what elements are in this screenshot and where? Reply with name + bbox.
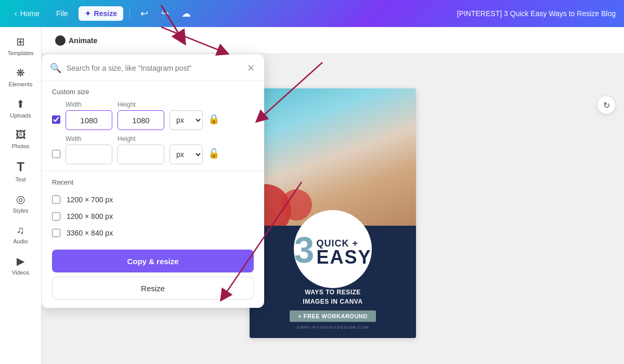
custom-size-label: Custom size — [52, 88, 254, 96]
recent-item-1[interactable]: 624 × 364 px — [52, 191, 254, 208]
recent-section: Recent 624 × 364 px 1200 × 800 px 3360 … — [42, 171, 264, 241]
unit-group-1: px in cm mm — [170, 101, 203, 130]
sidebar-item-audio[interactable]: ♫ Audio — [2, 220, 40, 249]
custom-size-row-1: Width 1080 Height 1080 px in — [52, 101, 254, 130]
sidebar-item-label: Templates — [7, 50, 33, 56]
sidebar-item-videos[interactable]: ▶ Videos — [2, 251, 40, 280]
canvas-number: 3 — [294, 234, 315, 267]
cloud-save-button[interactable]: ☁ — [178, 5, 194, 22]
videos-icon: ▶ — [17, 255, 24, 267]
canvas-easy: EASY — [316, 249, 371, 266]
sidebar-item-label: Audio — [13, 238, 28, 244]
main-layout: ⊞ Templates ❋ Elements ⬆ Uploads 🖼 Photo… — [0, 27, 624, 364]
undo-button[interactable]: ↩ — [136, 5, 153, 22]
custom-size-section: Custom size Width 1080 Height 1080 — [42, 81, 264, 164]
custom-size-checkbox-2[interactable] — [52, 150, 60, 158]
canvas-preview: 3 QUICK + EASY WAYS TO RESIZEIMAGES IN C… — [250, 88, 416, 338]
sidebar-item-templates[interactable]: ⊞ Templates — [2, 31, 40, 60]
height-input-1[interactable]: 1080 — [118, 110, 164, 130]
sidebar-item-label: Elements — [9, 81, 33, 87]
custom-size-row-2: Width Height px in cm — [52, 135, 254, 164]
search-icon: 🔍 — [50, 62, 61, 74]
divider — [129, 7, 130, 20]
home-button[interactable]: ‹ Home — [8, 6, 46, 21]
animate-bar: Animate — [42, 27, 624, 54]
panel-buttons: Copy & resize Resize — [42, 241, 264, 300]
document-title: [PINTEREST] 3 Quick Easy Ways to Resize … — [457, 9, 616, 18]
lock-icon-2: 🔓 — [208, 135, 219, 159]
content-area: Animate Page 1 - Add page ... ∧ ∨ ⊕ ⊟ ⛶ — [42, 27, 624, 364]
recent-item-3[interactable]: 3360 × 840 px — [52, 225, 254, 241]
resize-button-panel[interactable]: Resize — [52, 277, 254, 300]
copy-resize-button[interactable]: Copy & resize — [52, 250, 254, 272]
sidebar-item-styles[interactable]: ◎ Styles — [2, 189, 40, 218]
uploads-icon: ⬆ — [16, 98, 25, 110]
sidebar-item-label: Photos — [11, 143, 29, 149]
search-bar: 🔍 ✕ — [42, 54, 264, 81]
search-input[interactable] — [67, 64, 241, 72]
sidebar-item-text[interactable]: T Text — [2, 155, 40, 187]
close-panel-button[interactable]: ✕ — [246, 61, 256, 75]
file-label: File — [56, 9, 68, 18]
refresh-button[interactable]: ↻ — [597, 96, 616, 114]
height-group-1: Height 1080 — [118, 101, 164, 130]
unit-select-1[interactable]: px in cm mm — [170, 110, 203, 130]
styles-icon: ◎ — [16, 193, 25, 205]
height-label-2: Height — [118, 135, 164, 142]
sidebar-item-label: Uploads — [10, 112, 31, 119]
canvas-domain: SIMPLIFYINGDIYDESIGN.COM — [290, 325, 375, 330]
recent-item-label-2: 1200 × 800 px — [67, 212, 113, 220]
canvas-ways: WAYS TO RESIZEIMAGES IN CANVA — [290, 288, 375, 306]
home-label: Home — [20, 9, 40, 18]
custom-size-checkbox-1[interactable] — [52, 115, 60, 124]
sidebar-item-label: Styles — [13, 207, 29, 214]
sidebar-item-uploads[interactable]: ⬆ Uploads — [2, 94, 40, 123]
animate-button[interactable]: Animate — [50, 32, 102, 49]
recent-item-label-3: 3360 × 840 px — [67, 229, 113, 237]
file-button[interactable]: File — [50, 6, 74, 21]
sidebar-item-photos[interactable]: 🖼 Photos — [2, 125, 40, 153]
recent-checkbox-3[interactable] — [52, 229, 60, 237]
recent-checkbox-2[interactable] — [52, 212, 60, 220]
width-label-2: Width — [66, 135, 112, 142]
sidebar-item-label: Videos — [12, 269, 29, 276]
resize-panel: 🔍 ✕ Custom size Width 1080 — [42, 54, 264, 308]
recent-item-2[interactable]: 1200 × 800 px — [52, 208, 254, 225]
width-input-1[interactable]: 1080 — [66, 110, 112, 130]
templates-icon: ⊞ — [16, 35, 25, 48]
height-label-1: Height — [118, 101, 164, 108]
unit-select-2[interactable]: px in cm — [170, 145, 203, 164]
animate-label: Animate — [69, 36, 97, 45]
animate-circle-icon — [55, 35, 66, 46]
recent-item-label-1: 624 × 364 px — [67, 196, 113, 204]
audio-icon: ♫ — [17, 224, 24, 236]
photos-icon: 🖼 — [16, 129, 26, 141]
text-icon: T — [17, 160, 24, 174]
height-group-2: Height — [118, 135, 164, 164]
sidebar-item-elements[interactable]: ❋ Elements — [2, 62, 40, 92]
elements-icon: ❋ — [16, 67, 25, 79]
recent-checkbox-1[interactable] — [52, 196, 60, 204]
resize-label: Resize — [94, 9, 117, 18]
redo-button[interactable]: ↪ — [157, 5, 174, 22]
width-group-2: Width — [66, 135, 112, 164]
width-group-1: Width 1080 — [66, 101, 112, 130]
chevron-left-icon: ‹ — [15, 9, 17, 18]
topbar: ‹ Home File ✦ Resize ↩ ↪ ☁ [PINTEREST] 3… — [0, 0, 624, 27]
unit-spacer-2 — [170, 135, 203, 142]
unit-group-2: px in cm — [170, 135, 203, 164]
height-input-2[interactable] — [118, 145, 164, 164]
recent-label: Recent — [52, 178, 254, 186]
width-label-1: Width — [66, 101, 112, 108]
canvas-free-bar: + FREE WORKAROUND — [290, 310, 375, 322]
width-input-2[interactable] — [66, 145, 112, 164]
lock-icon-1: 🔒 — [208, 101, 219, 125]
sidebar-item-label: Text — [15, 176, 25, 183]
sidebar: ⊞ Templates ❋ Elements ⬆ Uploads 🖼 Photo… — [0, 27, 42, 364]
unit-spacer — [170, 101, 203, 108]
star-icon: ✦ — [85, 9, 91, 18]
resize-button[interactable]: ✦ Resize — [79, 6, 123, 21]
